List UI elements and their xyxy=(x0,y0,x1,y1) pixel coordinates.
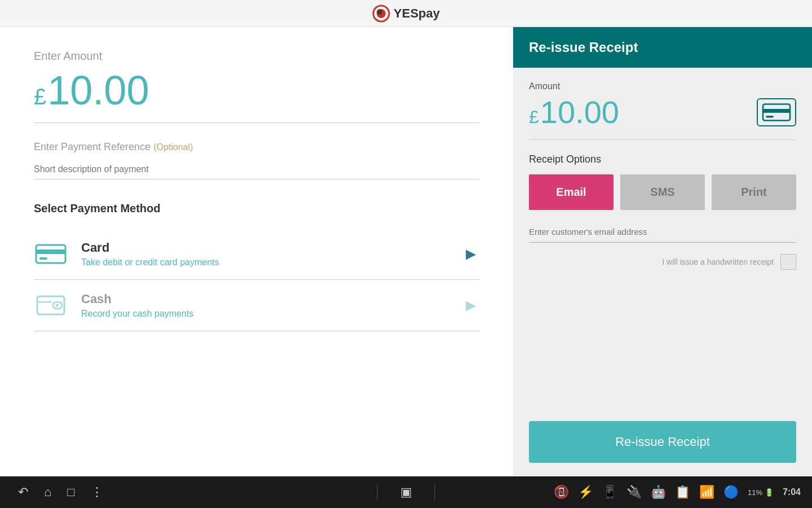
right-amount-display: £ 10.00 xyxy=(529,94,619,130)
email-input-container xyxy=(529,221,796,243)
payment-method-card[interactable]: Card Take debit or credit card payments … xyxy=(34,229,479,280)
menu-icon[interactable]: ⋮ xyxy=(91,485,103,500)
payment-ref-label: Enter Payment Reference (Optional) xyxy=(34,141,479,153)
cash-method-desc: Record your cash payments xyxy=(81,309,462,319)
recents-icon[interactable]: □ xyxy=(67,485,74,500)
card-arrow-icon: ► xyxy=(462,244,479,264)
nav-center: ▣ xyxy=(377,484,435,501)
svg-point-2 xyxy=(377,9,382,15)
handwritten-label: I will issue a handwritten receipt xyxy=(662,257,774,266)
right-amount-label: Amount xyxy=(529,81,796,91)
svg-rect-12 xyxy=(766,116,774,117)
right-panel-header: Re-issue Receipt xyxy=(513,27,812,68)
svg-rect-5 xyxy=(39,257,47,260)
battery-percent: 11% xyxy=(748,488,762,497)
receipt-buttons: Email SMS Print xyxy=(529,174,796,210)
android-icon: 🤖 xyxy=(651,485,666,500)
right-panel: Re-issue Receipt Amount £ 10.00 Receipt … xyxy=(513,27,812,476)
receipt-options-label: Receipt Options xyxy=(529,154,796,165)
handwritten-row: I will issue a handwritten receipt xyxy=(529,254,796,270)
wifi-off-icon: 📵 xyxy=(554,485,569,500)
svg-point-8 xyxy=(56,304,59,307)
battery-icon-symbol: 🔋 xyxy=(765,488,774,497)
optional-label: (Optional) xyxy=(153,142,193,152)
amount-divider xyxy=(34,122,479,123)
home-icon[interactable]: ⌂ xyxy=(44,485,51,500)
cash-method-icon xyxy=(34,291,68,319)
svg-rect-4 xyxy=(36,249,65,254)
email-input[interactable] xyxy=(529,221,796,242)
reissue-receipt-btn[interactable]: Re-issue Receipt xyxy=(529,421,796,463)
usb-icon: ⚡ xyxy=(578,485,593,500)
card-method-icon xyxy=(34,240,68,268)
enter-amount-label: Enter Amount xyxy=(34,50,479,63)
payment-method-cash[interactable]: Cash Record your cash payments ► xyxy=(34,280,479,331)
phone-icon: 📱 xyxy=(602,485,617,500)
sms-receipt-btn[interactable]: SMS xyxy=(620,174,705,210)
card-method-desc: Take debit or credit card payments xyxy=(81,257,462,268)
nav-right: 📵 ⚡ 📱 🔌 🤖 📋 📶 🔵 11% 🔋 7:04 xyxy=(409,485,812,500)
top-bar: YESpay xyxy=(0,0,812,27)
handwritten-checkbox[interactable] xyxy=(780,254,796,270)
email-receipt-btn[interactable]: Email xyxy=(529,174,614,210)
recent-apps-icon[interactable]: ▣ xyxy=(400,485,412,500)
sim-icon: 📋 xyxy=(675,485,690,500)
right-panel-body: Amount £ 10.00 Receipt Options Email xyxy=(513,68,812,476)
right-card-icon xyxy=(757,98,796,126)
logo-text: YESpay xyxy=(394,6,440,21)
clock: 7:04 xyxy=(783,487,801,497)
svg-rect-6 xyxy=(37,296,64,314)
svg-rect-11 xyxy=(763,109,790,113)
amount-value: 10.00 xyxy=(47,67,149,113)
payment-ref-input[interactable] xyxy=(34,160,479,179)
card-method-name: Card xyxy=(81,240,462,255)
left-panel: Enter Amount £ 10.00 Enter Payment Refer… xyxy=(0,27,513,476)
back-icon[interactable]: ↶ xyxy=(18,485,28,500)
usb2-icon: 🔌 xyxy=(626,485,642,500)
amount-currency: £ xyxy=(34,84,46,110)
amount-display: £ 10.00 xyxy=(34,67,479,113)
nav-divider-left xyxy=(377,484,378,501)
battery-indicator: 11% 🔋 xyxy=(748,488,774,497)
nav-left: ↶ ⌂ □ ⋮ xyxy=(0,485,409,500)
select-payment-label: Select Payment Method xyxy=(34,202,479,215)
cash-arrow-icon: ► xyxy=(462,296,479,315)
cash-method-text: Cash Record your cash payments xyxy=(81,292,462,319)
card-method-text: Card Take debit or credit card payments xyxy=(81,240,462,268)
right-amount-value: 10.00 xyxy=(540,94,619,130)
bluetooth-icon: 🔵 xyxy=(723,485,739,500)
wifi-icon: 📶 xyxy=(699,485,714,500)
print-receipt-btn[interactable]: Print xyxy=(712,174,796,210)
nav-divider-right xyxy=(435,484,435,501)
right-amount-row: £ 10.00 xyxy=(529,94,796,140)
app-logo: YESpay xyxy=(372,5,440,23)
main-content: Enter Amount £ 10.00 Enter Payment Refer… xyxy=(0,27,812,476)
right-amount-currency: £ xyxy=(529,107,539,128)
cash-method-name: Cash xyxy=(81,292,462,306)
bottom-bar: ↶ ⌂ □ ⋮ ▣ 📵 ⚡ 📱 🔌 🤖 📋 📶 🔵 11% 🔋 7:04 xyxy=(0,476,812,508)
